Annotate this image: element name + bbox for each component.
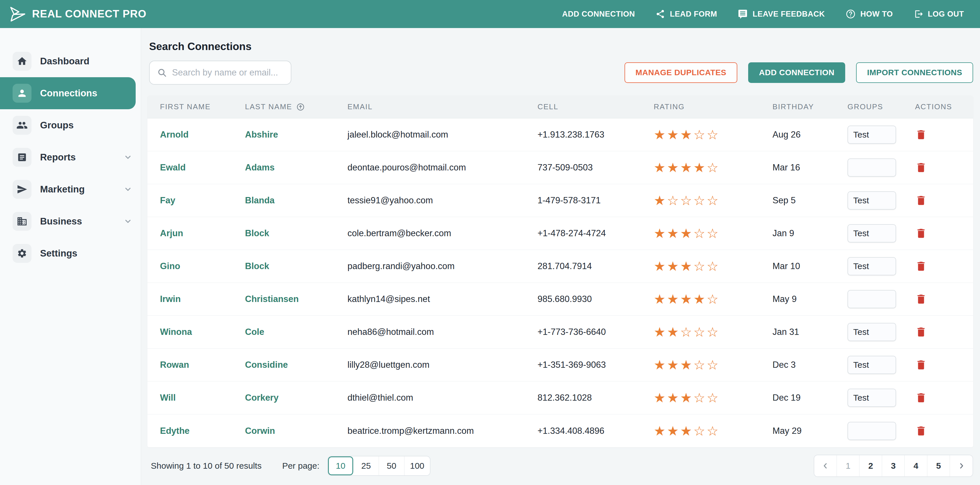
last-name-link[interactable]: Cole [245,327,264,337]
star-empty-icon[interactable]: ☆ [707,127,720,142]
chevron-down-icon[interactable] [124,185,132,193]
last-name-link[interactable]: Adams [245,162,274,173]
star-empty-icon[interactable]: ☆ [707,292,720,307]
first-name-link[interactable]: Edythe [160,426,189,436]
first-name-link[interactable]: Arnold [160,130,189,139]
nav-add-connection[interactable]: ADD CONNECTION [562,10,635,19]
delete-connection-button[interactable] [915,325,927,339]
star-empty-icon[interactable]: ☆ [694,193,707,208]
per-page-option-50[interactable]: 50 [379,456,404,475]
nav-how-to[interactable]: HOW TO [845,9,893,19]
last-name-link[interactable]: Corwin [245,426,275,436]
delete-connection-button[interactable] [915,260,927,273]
star-empty-icon[interactable]: ☆ [707,259,720,274]
star-empty-icon[interactable]: ☆ [694,423,707,438]
page-button-1[interactable]: 1 [837,455,859,476]
delete-connection-button[interactable] [915,194,927,207]
star-filled-icon[interactable]: ★ [654,127,667,142]
star-filled-icon[interactable]: ★ [667,325,680,339]
star-empty-icon[interactable]: ☆ [707,193,720,208]
first-name-link[interactable]: Arjun [160,228,183,238]
star-filled-icon[interactable]: ★ [667,226,680,241]
last-name-link[interactable]: Abshire [245,130,278,139]
first-name-link[interactable]: Gino [160,261,180,271]
star-filled-icon[interactable]: ★ [654,160,667,175]
delete-connection-button[interactable] [915,293,927,306]
star-filled-icon[interactable]: ★ [680,127,694,142]
star-filled-icon[interactable]: ★ [654,325,667,339]
sidebar-item-dashboard[interactable]: Dashboard [0,45,141,77]
nav-log-out[interactable]: LOG OUT [913,9,964,19]
nav-leave-feedback[interactable]: LEAVE FEEDBACK [738,9,825,19]
star-empty-icon[interactable]: ☆ [694,325,707,339]
last-name-link[interactable]: Block [245,261,269,271]
star-empty-icon[interactable]: ☆ [680,325,694,339]
group-input[interactable] [848,257,896,276]
star-empty-icon[interactable]: ☆ [680,193,694,208]
star-filled-icon[interactable]: ★ [694,292,707,307]
chevron-down-icon[interactable] [124,217,132,226]
group-input[interactable] [848,158,896,177]
delete-connection-button[interactable] [915,424,927,437]
star-filled-icon[interactable]: ★ [680,357,694,372]
search-input[interactable] [172,68,283,78]
delete-connection-button[interactable] [915,227,927,240]
add-connection-button[interactable]: ADD CONNECTION [748,62,845,83]
last-name-link[interactable]: Considine [245,360,288,370]
delete-connection-button[interactable] [915,358,927,371]
first-name-link[interactable]: Irwin [160,294,181,304]
star-filled-icon[interactable]: ★ [667,423,680,438]
sidebar-item-groups[interactable]: Groups [0,109,141,141]
page-button-3[interactable]: 3 [882,455,905,476]
group-input[interactable] [848,388,896,407]
star-filled-icon[interactable]: ★ [680,259,694,274]
star-filled-icon[interactable]: ★ [680,423,694,438]
star-empty-icon[interactable]: ☆ [694,357,707,372]
import-connections-button[interactable]: IMPORT CONNECTIONS [856,62,973,83]
star-empty-icon[interactable]: ☆ [694,226,707,241]
delete-connection-button[interactable] [915,161,927,174]
group-input[interactable] [848,422,896,440]
next-page-button[interactable] [950,455,972,476]
star-filled-icon[interactable]: ★ [680,292,694,307]
group-input[interactable] [848,290,896,308]
star-filled-icon[interactable]: ★ [654,193,667,208]
first-name-link[interactable]: Will [160,393,176,403]
star-filled-icon[interactable]: ★ [667,357,680,372]
star-filled-icon[interactable]: ★ [667,160,680,175]
star-filled-icon[interactable]: ★ [654,357,667,372]
star-filled-icon[interactable]: ★ [667,390,680,405]
star-empty-icon[interactable]: ☆ [707,390,720,405]
star-filled-icon[interactable]: ★ [667,259,680,274]
per-page-option-10[interactable]: 10 [328,456,353,475]
first-name-link[interactable]: Ewald [160,162,186,173]
star-empty-icon[interactable]: ☆ [707,357,720,372]
first-name-link[interactable]: Fay [160,195,175,205]
last-name-link[interactable]: Corkery [245,393,278,403]
star-filled-icon[interactable]: ★ [667,292,680,307]
sidebar-item-marketing[interactable]: Marketing [0,173,141,205]
page-button-5[interactable]: 5 [928,455,950,476]
first-name-link[interactable]: Rowan [160,360,189,370]
sidebar-item-settings[interactable]: Settings [0,237,141,269]
star-filled-icon[interactable]: ★ [680,160,694,175]
nav-lead-form[interactable]: LEAD FORM [655,9,717,19]
star-empty-icon[interactable]: ☆ [707,423,720,438]
star-filled-icon[interactable]: ★ [654,226,667,241]
star-empty-icon[interactable]: ☆ [694,390,707,405]
sidebar-item-business[interactable]: Business [0,205,141,237]
star-empty-icon[interactable]: ☆ [694,127,707,142]
star-filled-icon[interactable]: ★ [654,390,667,405]
sort-ascending-icon[interactable] [296,103,305,111]
star-empty-icon[interactable]: ☆ [667,193,680,208]
previous-page-button[interactable] [814,455,837,476]
last-name-link[interactable]: Block [245,228,269,238]
sidebar-item-connections[interactable]: Connections [0,77,136,109]
group-input[interactable] [848,224,896,242]
group-input[interactable] [848,125,896,144]
star-empty-icon[interactable]: ☆ [707,160,720,175]
star-empty-icon[interactable]: ☆ [707,226,720,241]
sidebar-item-reports[interactable]: Reports [0,141,141,173]
star-filled-icon[interactable]: ★ [654,259,667,274]
chevron-down-icon[interactable] [124,153,132,162]
